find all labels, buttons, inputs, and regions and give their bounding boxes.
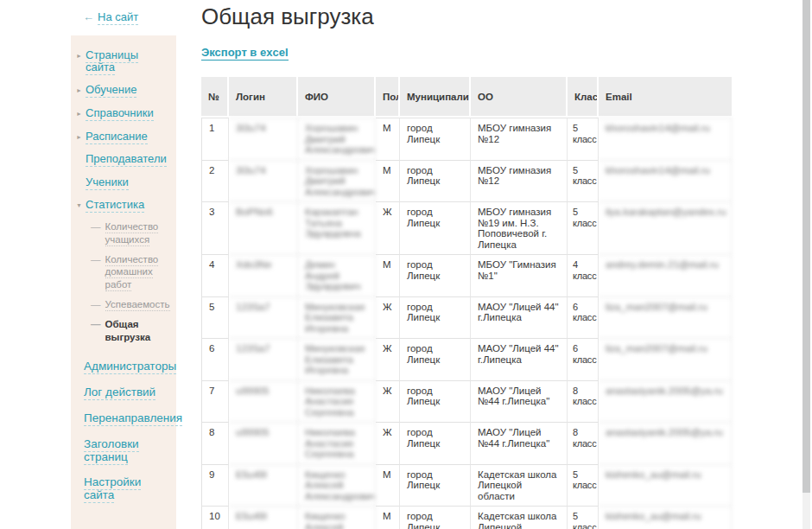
- sidebar-link[interactable]: Обучение: [86, 84, 136, 96]
- sidebar-item-action-log[interactable]: Лог действий: [84, 386, 169, 399]
- sidebar-item-label: Преподаватели: [86, 152, 167, 167]
- sidebar-link[interactable]: Администраторы: [84, 360, 176, 373]
- cell-email-blurred: anastasiyanik.2005@ya.ru: [599, 423, 732, 465]
- table-header: № Логин ФИО Пол Муниципалитет ОО Класс E…: [201, 77, 732, 118]
- cell-fio-blurred: Николаева Анастасия Сергеевна: [298, 423, 376, 465]
- sidebar-item-redirects[interactable]: Перенаправления: [84, 412, 169, 425]
- submenu-link[interactable]: Количество домашних работ: [105, 253, 170, 290]
- col-header-grade: Класс: [568, 77, 599, 118]
- cell-oo: МАОУ "Лицей 44" г.Липецка: [471, 297, 568, 340]
- cell-num: 7: [201, 381, 229, 424]
- cell-grade: 5 класс: [568, 118, 599, 161]
- cell-municipality: город Липецк: [400, 297, 471, 340]
- cell-grade: 5 класс: [568, 465, 599, 507]
- cell-gender: Ж: [376, 297, 400, 340]
- cell-gender: М: [376, 465, 400, 507]
- cell-login-blurred: 123Sa7: [229, 339, 298, 381]
- submenu-item-label: Количество домашних работ: [105, 254, 159, 291]
- page-title: Общая выгрузка: [201, 3, 732, 30]
- sidebar-item-administrators[interactable]: Администраторы: [84, 360, 169, 373]
- cell-num: 1: [201, 118, 229, 161]
- submenu-link[interactable]: Количество учащихся: [105, 220, 170, 245]
- sidebar-item-education[interactable]: ► Обучение: [76, 84, 169, 96]
- sidebar-item-statistics[interactable]: ▼ Статистика: [76, 199, 169, 211]
- sidebar-link[interactable]: Преподаватели: [86, 153, 167, 165]
- sidebar-link[interactable]: Перенаправления: [84, 412, 182, 425]
- cell-municipality: город Липецк: [400, 423, 471, 465]
- sidebar-item-page-titles[interactable]: Заголовки страниц: [84, 438, 169, 464]
- vertical-scrollbar-track[interactable]: [802, 0, 810, 529]
- sidebar-link[interactable]: Ученики: [86, 176, 129, 188]
- sidebar-item-site-settings[interactable]: Настройки сайта: [84, 476, 169, 502]
- sidebar-link[interactable]: Расписание: [86, 131, 148, 143]
- sidebar-item-label: Администраторы: [84, 360, 176, 374]
- sidebar-item-schedule[interactable]: ► Расписание: [76, 131, 169, 143]
- col-header-login: Логин: [229, 77, 298, 118]
- cell-oo: Кадетская школа Липецкой области: [471, 465, 568, 507]
- submenu-link[interactable]: Успеваемость: [105, 298, 170, 310]
- sidebar-item-label: Справочники: [86, 106, 154, 121]
- sidebar-item-directories[interactable]: ► Справочники: [76, 107, 169, 119]
- back-to-site-label: На сайт: [98, 10, 138, 25]
- back-link-wrap: ←На сайт: [83, 10, 176, 23]
- cell-email-blurred: kishenko_au@mail.ru: [599, 507, 732, 529]
- cell-fio-blurred: Минуковская Елизавета Игоревна: [298, 339, 376, 381]
- export-link-wrap: Экспорт в excel: [201, 46, 732, 59]
- cell-email-blurred: kishenko_au@mail.ru: [599, 465, 732, 507]
- cell-email-blurred: khoroshavin14@mail.ru: [599, 161, 732, 203]
- table-row: 7 u99905 Николаева Анастасия Сергеевна Ж…: [201, 381, 732, 424]
- cell-login-blurred: 3l3u74: [229, 118, 298, 161]
- cell-municipality: город Липецк: [400, 339, 471, 381]
- cell-municipality: город Липецк: [400, 202, 471, 255]
- cell-grade: 6 класс: [568, 339, 599, 381]
- sidebar-link[interactable]: Настройки сайта: [84, 476, 169, 502]
- triangle-collapsed-icon: ►: [76, 134, 86, 140]
- cell-fio-blurred: Каракаптан Татьяна Эдуардовна: [298, 202, 376, 255]
- triangle-collapsed-icon: ►: [76, 111, 86, 117]
- cell-email-blurred: ilya.karakaptan@yandex.ru: [599, 202, 732, 255]
- cell-fio-blurred: Кищенко Алексей Александрович: [298, 465, 376, 507]
- sidebar-link[interactable]: Справочники: [86, 107, 154, 119]
- sidebar-link[interactable]: Статистика: [86, 199, 144, 211]
- sidebar-item-students[interactable]: Ученики: [76, 176, 169, 188]
- submenu-item-performance[interactable]: — Успеваемость: [91, 298, 169, 310]
- submenu-item-label: Общая выгрузка: [105, 318, 170, 343]
- submenu-item-homework-count[interactable]: — Количество домашних работ: [91, 253, 169, 290]
- cell-num: 6: [201, 339, 229, 381]
- sidebar-item-teachers[interactable]: Преподаватели: [76, 153, 169, 165]
- submenu-item-students-count[interactable]: — Количество учащихся: [91, 220, 169, 245]
- cell-gender: Ж: [376, 202, 400, 255]
- cell-gender: Ж: [376, 339, 400, 381]
- submenu-item-label: Количество учащихся: [105, 221, 159, 245]
- cell-fio-blurred: Хорошавин Дмитрий Александрович: [298, 161, 376, 203]
- sidebar-item-label: Ученики: [86, 175, 129, 190]
- cell-num: 9: [201, 465, 229, 507]
- cell-gender: М: [376, 161, 400, 203]
- cell-fio-blurred: Минуковская Елизавета Игоревна: [298, 297, 376, 340]
- vertical-scrollbar-thumb[interactable]: [802, 0, 810, 493]
- sidebar-item-label: Лог действий: [84, 386, 155, 400]
- sidebar-item-label: Расписание: [86, 130, 148, 144]
- sidebar-item-label: Статистика: [86, 198, 144, 213]
- cell-num: 5: [201, 297, 229, 340]
- submenu-item-general-export-active[interactable]: — Общая выгрузка: [91, 318, 169, 343]
- sidebar-item-site-pages[interactable]: ► Страницы сайта: [76, 49, 169, 73]
- sidebar-link[interactable]: Страницы сайта: [86, 49, 169, 73]
- sidebar-item-label: Заголовки страниц: [84, 437, 139, 465]
- back-arrow-icon: ←: [83, 10, 94, 23]
- sidebar-link[interactable]: Лог действий: [84, 386, 155, 399]
- cell-oo: МБОУ гимназия №19 им. Н.З. Поповичевой г…: [471, 202, 568, 255]
- cell-num: 2: [201, 161, 229, 203]
- table-row: 8 u99905 Николаева Анастасия Сергеевна Ж…: [201, 423, 732, 465]
- cell-gender: М: [376, 255, 400, 297]
- cell-municipality: город Липецк: [400, 465, 471, 507]
- export-to-excel-link[interactable]: Экспорт в excel: [201, 46, 289, 61]
- cell-email-blurred: khoroshavin14@mail.ru: [599, 118, 732, 161]
- sidebar-link[interactable]: Заголовки страниц: [84, 438, 169, 464]
- cell-login-blurred: Xdo3Ne: [229, 255, 298, 297]
- back-to-site-link[interactable]: ←На сайт: [83, 10, 138, 23]
- page: ←На сайт ► Страницы сайта ► Обучение ► С…: [0, 0, 812, 529]
- col-header-oo: ОО: [471, 77, 568, 118]
- triangle-collapsed-icon: ►: [76, 87, 86, 93]
- sidebar-item-label: Настройки сайта: [84, 475, 141, 503]
